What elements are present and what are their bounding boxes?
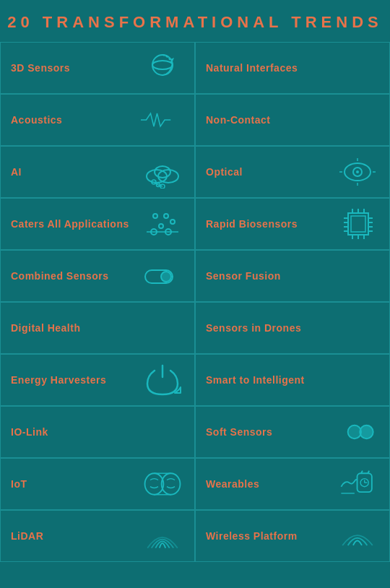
cell-wearables: Wearables bbox=[195, 458, 390, 510]
label-energy-harvesters: Energy Harvesters bbox=[11, 374, 141, 386]
svg-point-47 bbox=[145, 473, 164, 495]
label-digital-health: Digital Health bbox=[11, 322, 184, 334]
cell-rapid-biosensors: Rapid Biosensors bbox=[195, 198, 390, 250]
cell-combined-sensors: Combined Sensors bbox=[0, 250, 195, 302]
cell-io-link: IO-Link bbox=[0, 406, 195, 458]
label-ai: AI bbox=[11, 166, 141, 178]
cell-wireless-platform: Wireless Platform bbox=[195, 510, 390, 562]
svg-point-12 bbox=[356, 170, 359, 173]
label-soft-sensors: Soft Sensors bbox=[206, 426, 336, 438]
svg-point-48 bbox=[162, 473, 181, 495]
cell-soft-sensors: Soft Sensors bbox=[195, 406, 390, 458]
icon-wearables bbox=[336, 466, 379, 502]
icon-caters-all bbox=[141, 206, 184, 242]
page-title: 20 TRANSFORMATIONAL TRENDS bbox=[7, 13, 383, 32]
trends-grid: 3D Sensors Natural InterfacesAcoustics N… bbox=[0, 42, 390, 562]
icon-soft-sensors bbox=[336, 414, 379, 450]
svg-point-4 bbox=[155, 166, 170, 178]
label-wireless-platform: Wireless Platform bbox=[206, 530, 336, 542]
cell-energy-harvesters: Energy Harvesters bbox=[0, 354, 195, 406]
cell-digital-health: Digital Health bbox=[0, 302, 195, 354]
icon-combined-sensors bbox=[141, 258, 184, 294]
cell-lidar: LiDAR bbox=[0, 510, 195, 562]
title-bar: 20 TRANSFORMATIONAL TRENDS bbox=[0, 0, 390, 42]
label-optical: Optical bbox=[206, 166, 336, 178]
cell-iot: IoT bbox=[0, 458, 195, 510]
svg-point-17 bbox=[153, 214, 157, 218]
svg-rect-25 bbox=[351, 216, 365, 232]
icon-lidar bbox=[141, 518, 184, 554]
icon-ai bbox=[141, 154, 184, 190]
label-iot: IoT bbox=[11, 478, 141, 490]
icon-energy-harvesters bbox=[141, 362, 184, 398]
svg-point-19 bbox=[170, 220, 175, 224]
icon-3d-sensors bbox=[141, 50, 184, 86]
label-sensor-fusion: Sensor Fusion bbox=[206, 270, 379, 282]
cell-ai: AI bbox=[0, 146, 195, 198]
cell-natural-interfaces: Natural Interfaces bbox=[195, 42, 390, 94]
label-smart-to-intelligent: Smart to Intelligent bbox=[206, 374, 379, 386]
label-caters-all: Caters All Applications bbox=[11, 218, 141, 230]
label-non-contact: Non-Contact bbox=[206, 114, 379, 126]
label-io-link: IO-Link bbox=[11, 426, 184, 438]
icon-iot bbox=[141, 466, 184, 502]
svg-point-20 bbox=[159, 224, 163, 228]
icon-rapid-biosensors bbox=[336, 206, 379, 242]
svg-point-18 bbox=[164, 214, 168, 218]
label-lidar: LiDAR bbox=[11, 530, 141, 542]
label-combined-sensors: Combined Sensors bbox=[11, 270, 141, 282]
label-acoustics: Acoustics bbox=[11, 114, 141, 126]
cell-non-contact: Non-Contact bbox=[195, 94, 390, 146]
icon-wireless-platform bbox=[336, 518, 379, 554]
cell-sensor-fusion: Sensor Fusion bbox=[195, 250, 390, 302]
label-natural-interfaces: Natural Interfaces bbox=[206, 62, 379, 74]
cell-acoustics: Acoustics bbox=[0, 94, 195, 146]
cell-caters-all: Caters All Applications bbox=[0, 198, 195, 250]
label-3d-sensors: 3D Sensors bbox=[11, 62, 141, 74]
cell-smart-to-intelligent: Smart to Intelligent bbox=[195, 354, 390, 406]
label-rapid-biosensors: Rapid Biosensors bbox=[206, 218, 336, 230]
label-wearables: Wearables bbox=[206, 478, 336, 490]
svg-point-1 bbox=[152, 61, 173, 69]
label-sensors-in-drones: Sensors in Drones bbox=[206, 322, 379, 334]
cell-3d-sensors: 3D Sensors bbox=[0, 42, 195, 94]
cell-optical: Optical bbox=[195, 146, 390, 198]
icon-optical bbox=[336, 154, 379, 190]
cell-sensors-in-drones: Sensors in Drones bbox=[195, 302, 390, 354]
icon-acoustics bbox=[141, 102, 184, 138]
